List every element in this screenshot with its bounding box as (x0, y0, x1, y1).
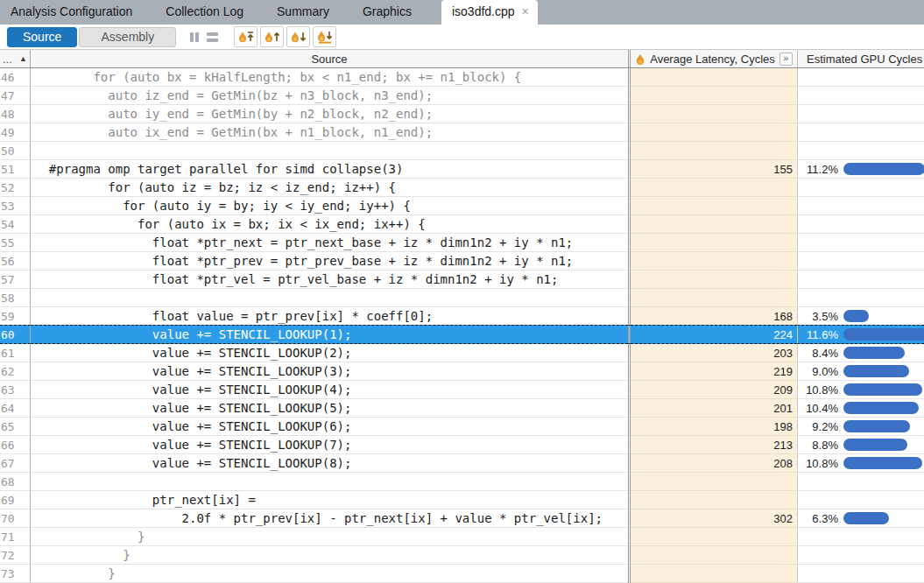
latency-value: 203 (631, 344, 797, 362)
result-tab-bar: Analysis Configuration Collection Log Su… (0, 0, 924, 25)
latency-value (631, 197, 797, 215)
latency-value: 198 (631, 418, 797, 436)
source-line-row[interactable]: 51 #pragma omp target parallel for simd … (0, 160, 924, 179)
source-code: auto iz_end = GetMin(bz + n3_block, n3_e… (31, 87, 628, 105)
line-number: 49 (0, 123, 31, 142)
hottest-first-icon[interactable] (234, 26, 257, 47)
source-code: 2.0f * ptr_prev[ix] - ptr_next[ix] + val… (31, 509, 628, 528)
gpu-cycles-cell (797, 565, 924, 583)
gpu-cycles-percent: 10.4% (798, 402, 838, 415)
source-line-row[interactable]: 53 for (auto iy = by; iy < iy_end; iy++)… (0, 197, 924, 215)
gpu-cycles-cell (797, 87, 924, 105)
source-line-row[interactable]: 66 value += STENCIL_LOOKUP(7); 213 8.8% (0, 436, 924, 454)
latency-column-header[interactable]: Average Latency, Cycles » (631, 50, 797, 67)
source-line-row[interactable]: 47 auto iz_end = GetMin(bz + n3_block, n… (0, 87, 924, 105)
source-line-row[interactable]: 59 float value = ptr_prev[ix] * coeff[0]… (0, 307, 924, 326)
gpu-cycles-cell (797, 289, 924, 307)
line-number: 48 (0, 105, 31, 123)
gpu-cycles-bar (843, 439, 907, 451)
latency-value (631, 491, 797, 509)
tab-source-file[interactable]: iso3dfd.cpp× (441, 0, 538, 25)
source-line-row[interactable]: 61 value += STENCIL_LOOKUP(2); 203 8.4% (0, 344, 924, 362)
gpu-cycles-cell (797, 142, 924, 160)
source-line-row[interactable]: 50 (0, 142, 924, 160)
source-code: value += STENCIL_LOOKUP(4); (31, 381, 628, 399)
tab-analysis-configuration[interactable]: Analysis Configuration (7, 0, 136, 25)
source-line-row[interactable]: 65 value += STENCIL_LOOKUP(6); 198 9.2% (0, 418, 924, 436)
source-column-header[interactable]: Source (31, 50, 628, 67)
source-view-toolbar: Source Assembly (0, 25, 924, 50)
source-line-row[interactable]: 54 for (auto ix = bx; ix < ix_end; ix++)… (0, 215, 924, 234)
source-line-row[interactable]: 71 } (0, 528, 924, 546)
cooler-next-icon[interactable] (286, 26, 310, 47)
gpu-cycles-bar (843, 310, 869, 322)
latency-value: 219 (631, 362, 797, 381)
line-number: 73 (0, 565, 31, 583)
source-line-row[interactable]: 64 value += STENCIL_LOOKUP(5); 201 10.4% (0, 399, 924, 418)
latency-value: 155 (631, 160, 797, 179)
gpu-cycles-percent: 6.3% (798, 512, 838, 525)
source-line-row[interactable]: 49 auto ix_end = GetMin(bx + n1_block, n… (0, 123, 924, 142)
line-number: 63 (0, 381, 31, 399)
source-code: auto iy_end = GetMin(by + n2_block, n2_e… (31, 105, 628, 123)
line-number: 68 (0, 473, 31, 491)
source-line-row[interactable]: 73 } (0, 565, 924, 583)
source-line-row[interactable]: 67 value += STENCIL_LOOKUP(8); 208 10.8% (0, 454, 924, 473)
latency-value: 201 (631, 399, 797, 418)
source-line-row[interactable]: 56 float *ptr_prev = ptr_prev_base + iz … (0, 252, 924, 270)
source-code: ptr_next[ix] = (31, 491, 628, 509)
gpu-cycles-cell (797, 215, 924, 234)
source-line-row[interactable]: 60 value += STENCIL_LOOKUP(1); 224 11.6% (0, 325, 924, 344)
latency-value (631, 528, 797, 546)
flame-arrow-down-bar-icon (315, 30, 335, 44)
source-line-row[interactable]: 58 (0, 289, 924, 307)
source-line-row[interactable]: 55 float *ptr_next = ptr_next_base + iz … (0, 234, 924, 252)
flame-arrow-up-icon (263, 30, 282, 44)
line-number: 71 (0, 528, 31, 546)
sort-ascending-icon: ▲ (19, 54, 27, 63)
panes-columns-icon[interactable] (190, 32, 199, 42)
coolest-last-icon[interactable] (313, 26, 336, 47)
gpu-cycles-bar (843, 457, 922, 469)
source-table-body: 46 for (auto bx = kHalfLength; bx < n1_e… (0, 68, 924, 583)
latency-value: 168 (631, 307, 797, 326)
tab-graphics[interactable]: Graphics (359, 0, 415, 25)
source-code: float value = ptr_prev[ix] * coeff[0]; (31, 307, 628, 326)
line-number: 56 (0, 252, 31, 270)
gpu-cycles-column-header[interactable]: Estimated GPU Cycles (797, 50, 924, 67)
panes-rows-icon[interactable] (207, 30, 218, 45)
source-code: for (auto iz = bz; iz < iz_end; iz++) { (31, 179, 628, 197)
source-line-row[interactable]: 62 value += STENCIL_LOOKUP(3); 219 9.0% (0, 362, 924, 381)
gpu-cycles-percent: 9.0% (798, 365, 838, 378)
hotter-prev-icon[interactable] (260, 26, 284, 47)
gpu-cycles-percent: 11.6% (798, 328, 838, 341)
gpu-cycles-cell: 11.2% (797, 160, 924, 179)
source-line-row[interactable]: 68 (0, 473, 924, 491)
source-code: } (31, 546, 628, 565)
gpu-cycles-bar (843, 347, 905, 359)
source-line-row[interactable]: 52 for (auto iz = bz; iz < iz_end; iz++)… (0, 179, 924, 197)
source-code: } (31, 565, 628, 583)
latency-value (631, 252, 797, 270)
source-line-row[interactable]: 69 ptr_next[ix] = (0, 491, 924, 509)
source-toggle-button[interactable]: Source (7, 27, 77, 47)
tab-summary[interactable]: Summary (273, 0, 333, 25)
line-column-header-label: ... (3, 53, 12, 66)
assembly-toggle-button[interactable]: Assembly (79, 27, 176, 47)
gpu-cycles-bar (843, 365, 909, 377)
source-code: auto ix_end = GetMin(bx + n1_block, n1_e… (31, 123, 628, 142)
source-line-row[interactable]: 46 for (auto bx = kHalfLength; bx < n1_e… (0, 68, 924, 87)
expand-column-icon[interactable]: » (779, 53, 793, 66)
tab-collection-log[interactable]: Collection Log (162, 0, 247, 25)
source-line-row[interactable]: 63 value += STENCIL_LOOKUP(4); 209 10.8% (0, 381, 924, 399)
source-line-row[interactable]: 70 2.0f * ptr_prev[ix] - ptr_next[ix] + … (0, 509, 924, 528)
source-line-row[interactable]: 72 } (0, 546, 924, 565)
line-column-header[interactable]: ... ▲ (0, 50, 31, 67)
source-code: value += STENCIL_LOOKUP(3); (31, 362, 628, 381)
line-number: 67 (0, 454, 31, 473)
source-code: #pragma omp target parallel for simd col… (31, 160, 628, 179)
source-line-row[interactable]: 48 auto iy_end = GetMin(by + n2_block, n… (0, 105, 924, 123)
source-line-row[interactable]: 57 float *ptr_vel = ptr_vel_base + iz * … (0, 270, 924, 289)
close-tab-icon[interactable]: × (522, 4, 529, 18)
line-number: 62 (0, 362, 31, 381)
